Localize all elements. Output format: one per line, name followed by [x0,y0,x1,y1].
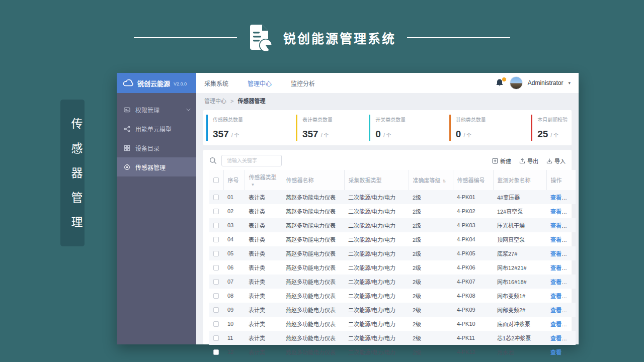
cell-sensor-code: 4-PK10 [453,317,493,331]
tab-management-center[interactable]: 管理中心 [248,79,272,87]
sidebar-item-permissions[interactable]: 权限管理 [117,100,196,119]
stat-label: 开关类总数量 [375,116,448,123]
view-link[interactable]: 查看 [550,237,561,243]
cell-data-type: 二次能源/电力/电力 [344,260,409,275]
cell-monitored-object: 压光机干燥 [493,218,546,232]
row-checkbox[interactable] [213,279,219,285]
cell-data-type: 二次能源/电力/电力 [344,218,409,232]
view-link[interactable]: 查看 [550,293,561,299]
user-caret-down-icon[interactable]: ▾ [568,80,571,85]
cell-accuracy-grade: 2级 [409,289,453,303]
filter-icon[interactable]: ▼ [251,183,255,187]
table-row: 11 表计类 燕赵多功能电力仪表 二次能源/电力/电力 2级 4-PK11 芯1… [209,331,576,345]
delete-link[interactable]: 删除 [566,349,576,355]
col-accuracy-grade[interactable]: 准确度等级⇅ [409,170,453,190]
view-link[interactable]: 查看 [550,307,561,313]
select-all-checkbox[interactable] [213,177,219,183]
view-link[interactable]: 查看 [550,251,561,257]
view-link[interactable]: 查看 [550,335,561,341]
delete-link[interactable]: 删除 [566,293,576,299]
cloud-icon [123,79,134,87]
search-input[interactable] [221,155,282,166]
row-checkbox[interactable] [213,237,219,242]
row-checkbox[interactable] [213,321,219,327]
row-checkbox[interactable] [213,251,219,256]
export-button[interactable]: 导出 [519,157,538,165]
delete-link[interactable]: 删除 [566,195,576,201]
notification-bell-button[interactable] [496,78,505,87]
sidebar-item-energy-unit-model[interactable]: 用能单元模型 [117,119,196,138]
cell-index: 03 [223,218,245,232]
cell-index: 05 [223,246,245,260]
cell-accuracy-grade: 2级 [409,275,453,289]
view-link[interactable]: 查看 [550,321,561,327]
delete-link[interactable]: 删除 [566,223,576,229]
cell-sensor-type: 表计类 [245,190,282,204]
stat-label: 本月到期校验 [537,116,570,123]
cell-monitored-object: 12#真空泵 [493,204,546,218]
search-icon [209,157,217,164]
row-checkbox[interactable] [213,335,219,341]
stat-switch-total: 开关类总数量 0/ 个 [369,115,448,141]
col-sensor-type[interactable]: 传感器类型▼ [245,170,282,190]
app-window: 锐创云能源 V2.0.0 权限管理 [117,73,579,344]
import-button[interactable]: 导入 [546,157,566,165]
delete-link[interactable]: 删除 [566,209,576,215]
cell-sensor-code: 4-PK07 [453,275,493,289]
cell-sensor-name: 燕赵多功能电力仪表 [282,246,344,260]
cell-monitored-object: 网布16#18# [493,275,546,289]
row-checkbox[interactable] [213,349,219,355]
table-header-row: 序号 传感器类型▼ 传感器名称 采集数据类型 准确度等级⇅ 传感器编号 监测对象… [209,170,576,190]
cell-sensor-name: 燕赵多功能电力仪表 [282,232,344,246]
tab-monitoring-analysis[interactable]: 监控分析 [291,79,315,87]
notification-badge [502,77,507,82]
breadcrumb-current: 传感器管理 [238,98,266,104]
view-link[interactable]: 查看 [550,279,561,285]
view-link[interactable]: 查看 [550,223,561,229]
tab-collection-system[interactable]: 采集系统 [204,79,228,87]
cell-index: 01 [223,190,245,204]
row-checkbox[interactable] [213,209,219,214]
cell-accuracy-grade: 2级 [409,303,453,317]
system-title: 锐创能源管理系统 [283,29,396,47]
breadcrumb-parent[interactable]: 管理中心 [204,98,226,104]
stat-value: 25 [537,129,548,139]
cell-sensor-name: 燕赵多功能电力仪表 [282,289,344,303]
cell-index: 10 [223,317,245,331]
sidebar-item-sensor-management[interactable]: 传感器管理 [117,157,196,176]
create-button[interactable]: 新建 [492,157,511,165]
id-card-icon [124,107,130,113]
cell-sensor-name: 燕赵多功能电力仪表 [282,260,344,275]
row-checkbox[interactable] [213,223,219,228]
delete-link[interactable]: 删除 [566,279,576,285]
view-link[interactable]: 查看 [550,265,561,271]
delete-link[interactable]: 删除 [566,307,576,313]
app-logo: 锐创云能源 V2.0.0 [117,73,196,93]
row-checkbox[interactable] [213,265,219,270]
cell-sensor-type: 表计类 [245,232,282,246]
sort-icon[interactable]: ⇅ [443,179,446,184]
table-row: 01 表计类 燕赵多功能电力仪表 二次能源/电力/电力 2级 4-PK01 4#… [209,190,576,204]
row-checkbox[interactable] [213,195,219,200]
import-arrow-down-icon [546,158,552,164]
decorative-line-left [134,37,237,38]
delete-link[interactable]: 删除 [566,321,576,327]
table-row: 12 表计类 燕赵多功能电力仪表 二次能源/电力/电力 2级 4-PK12 污水… [209,345,576,359]
cell-sensor-name: 燕赵多功能电力仪表 [282,345,344,359]
view-link[interactable]: 查看 [550,195,561,201]
cell-accuracy-grade: 2级 [409,260,453,275]
cell-data-type: 二次能源/电力/电力 [344,289,409,303]
row-checkbox[interactable] [213,293,219,299]
stat-value: 357 [302,129,318,139]
avatar[interactable] [510,76,523,89]
delete-link[interactable]: 删除 [566,335,576,341]
delete-link[interactable]: 删除 [566,265,576,271]
cell-sensor-name: 燕赵多功能电力仪表 [282,331,344,345]
delete-link[interactable]: 删除 [566,251,576,257]
stat-unit: / 个 [463,133,471,138]
row-checkbox[interactable] [213,307,219,313]
view-link[interactable]: 查看 [550,349,561,355]
sidebar-item-device-catalog[interactable]: 设备目录 [117,138,196,157]
delete-link[interactable]: 删除 [566,237,576,243]
view-link[interactable]: 查看 [550,209,561,215]
